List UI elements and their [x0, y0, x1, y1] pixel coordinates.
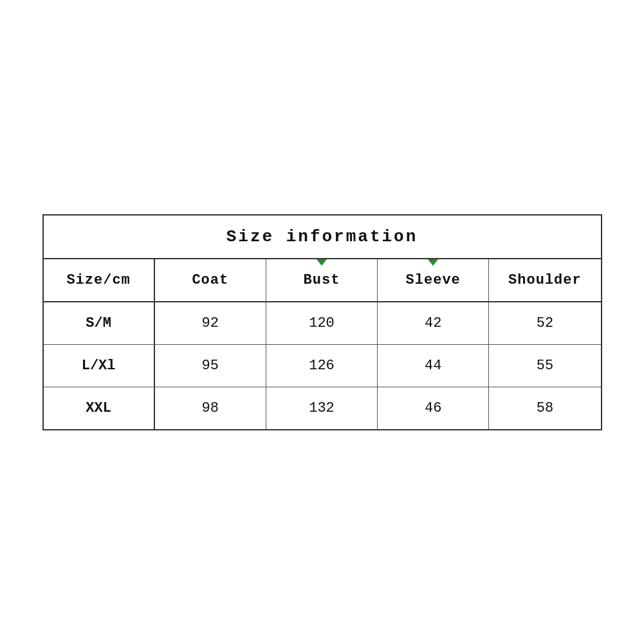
- table-header-row: Size/cm Coat Bust Sleeve Shoulder: [44, 259, 601, 302]
- cell-size-xxl: XXL: [44, 387, 155, 429]
- header-size: Size/cm: [44, 259, 155, 301]
- table-title-row: Size information: [44, 216, 601, 259]
- cell-coat-sm: 92: [155, 302, 266, 344]
- sleeve-marker: [428, 259, 438, 266]
- cell-sleeve-lxl: 44: [378, 345, 489, 387]
- size-table: Size information Size/cm Coat Bust Sleev…: [42, 214, 602, 430]
- cell-shoulder-sm: 52: [489, 302, 600, 344]
- cell-bust-sm: 120: [266, 302, 378, 344]
- cell-shoulder-lxl: 55: [489, 345, 600, 387]
- table-row: L/Xl 95 126 44 55: [44, 345, 601, 387]
- cell-coat-lxl: 95: [155, 345, 266, 387]
- header-coat: Coat: [155, 259, 266, 301]
- cell-sleeve-sm: 42: [378, 302, 489, 344]
- table-title: Size information: [226, 227, 418, 246]
- cell-bust-lxl: 126: [266, 345, 378, 387]
- header-shoulder: Shoulder: [489, 259, 600, 301]
- cell-sleeve-xxl: 46: [378, 387, 489, 429]
- cell-size-lxl: L/Xl: [44, 345, 155, 387]
- cell-size-sm: S/M: [44, 302, 155, 344]
- header-sleeve: Sleeve: [378, 259, 489, 301]
- table-row: XXL 98 132 46 58: [44, 387, 601, 429]
- bust-marker: [317, 259, 327, 266]
- table-row: S/M 92 120 42 52: [44, 302, 601, 345]
- cell-shoulder-xxl: 58: [489, 387, 600, 429]
- page-container: Size information Size/cm Coat Bust Sleev…: [0, 0, 644, 644]
- cell-coat-xxl: 98: [155, 387, 266, 429]
- header-bust: Bust: [266, 259, 378, 301]
- cell-bust-xxl: 132: [266, 387, 378, 429]
